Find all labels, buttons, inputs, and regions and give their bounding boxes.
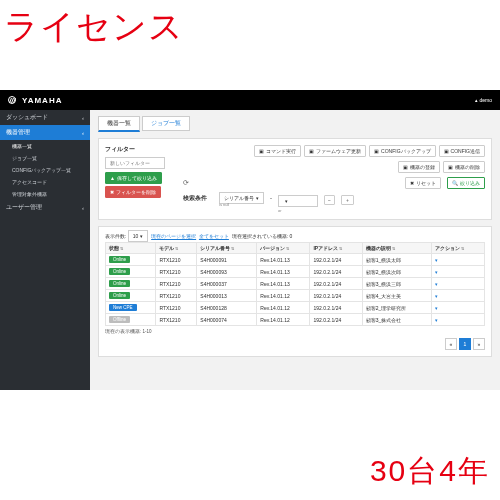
pager: « 1 »	[105, 338, 485, 350]
subnav-device-list[interactable]: 機器一覧	[0, 140, 90, 152]
cell-ip: 192.0.2.1/24	[310, 266, 362, 278]
device-register-button[interactable]: ▣ 機器の登録	[398, 161, 440, 173]
cond-dash: -	[270, 195, 272, 201]
table-row[interactable]: OfflineRTX1210S4H000074Rev.14.01.12192.0…	[106, 314, 485, 326]
cell-ip: 192.0.2.1/24	[310, 314, 362, 326]
cell-serial: S4H000037	[197, 278, 257, 290]
chevron-left-icon: ‹	[82, 115, 84, 121]
select-all-link[interactable]: 全てをセット	[199, 233, 229, 239]
cell-serial: S4H000093	[197, 266, 257, 278]
cell-version: Rev.14.01.12	[257, 290, 310, 302]
col-5[interactable]: 機器の説明	[362, 243, 431, 254]
table-row[interactable]: OnlineRTX1210S4H000093Rev.14.01.13192.0.…	[106, 266, 485, 278]
status-badge: New CPE	[109, 304, 137, 311]
table-row[interactable]: New CPERTX1210S4H000128Rev.14.01.12192.0…	[106, 302, 485, 314]
cell-serial: S4H000074	[197, 314, 257, 326]
search-cond-label: 検索条件	[183, 195, 207, 202]
col-3[interactable]: バージョン	[257, 243, 310, 254]
cell-desc: 顧客2_横浜次郎	[362, 266, 431, 278]
chevron-left-icon: ‹	[82, 130, 84, 136]
app-window: YAMAHA ▴ demo ダッシュボード‹ 機器管理‹ 機器一覧 ジョブ一覧 …	[0, 90, 500, 390]
cell-action[interactable]: ▾	[432, 266, 485, 278]
status-badge: Online	[109, 292, 130, 299]
subnav-config-backup[interactable]: CONFIGバックアップ一覧	[0, 164, 90, 176]
cell-ip: 192.0.2.1/24	[310, 302, 362, 314]
status-badge: Offline	[109, 316, 130, 323]
filter-save-button[interactable]: ▲ 保存して絞り込み	[105, 172, 162, 184]
apply-filter-button[interactable]: 🔍 絞り込み	[447, 177, 485, 189]
selected-count: 現在選択されている機器: 0	[232, 233, 293, 239]
col-6[interactable]: アクション	[432, 243, 485, 254]
table-row[interactable]: OnlineRTX1210S4H000091Rev.14.01.13192.0.…	[106, 254, 485, 266]
reset-button[interactable]: ✖ リセット	[405, 177, 441, 189]
fw-update-button[interactable]: ▣ ファームウェア更新	[304, 145, 366, 157]
subnav-unmanaged[interactable]: 管理対象外機器	[0, 188, 90, 200]
subnav-access-code[interactable]: アクセスコード	[0, 176, 90, 188]
cell-ip: 192.0.2.1/24	[310, 290, 362, 302]
cell-action[interactable]: ▾	[432, 302, 485, 314]
license-title: ライセンス	[4, 4, 184, 50]
col-2[interactable]: シリアル番号	[197, 243, 257, 254]
cell-desc: 顧客4_大宮主美	[362, 290, 431, 302]
cell-desc: 顧客1_横浜太郎	[362, 254, 431, 266]
nav-user-mgmt[interactable]: ユーザー管理‹	[0, 200, 90, 215]
cond-or-label: or	[278, 208, 282, 213]
filter-delete-button[interactable]: ✖ フィルターを削除	[105, 186, 161, 198]
cell-version: Rev.14.01.12	[257, 314, 310, 326]
col-4[interactable]: IPアドレス	[310, 243, 362, 254]
page-current[interactable]: 1	[459, 338, 471, 350]
cfg-send-button[interactable]: ▣ CONFIG送信	[439, 145, 485, 157]
cell-version: Rev.14.01.13	[257, 266, 310, 278]
cell-desc: 顧客3_株式会社	[362, 314, 431, 326]
subnav-job-list[interactable]: ジョブ一覧	[0, 152, 90, 164]
brand-logo-icon	[8, 96, 16, 104]
cell-action[interactable]: ▾	[432, 278, 485, 290]
perpage-select[interactable]: 10	[128, 230, 149, 242]
filter-name-input[interactable]	[105, 157, 165, 169]
user-menu[interactable]: ▴ demo	[475, 97, 492, 103]
brand-text: YAMAHA	[22, 96, 62, 105]
status-badge: Online	[109, 280, 130, 287]
cell-desc: 顧客2_理学研究所	[362, 302, 431, 314]
topbar: YAMAHA ▴ demo	[0, 90, 500, 110]
table-row[interactable]: OnlineRTX1210S4H000013Rev.14.01.12192.0.…	[106, 290, 485, 302]
license-subtitle: 30台4年	[370, 451, 490, 492]
cell-model: RTX1210	[156, 266, 197, 278]
cond-add-button[interactable]: ＋	[341, 195, 354, 205]
cell-model: RTX1210	[156, 278, 197, 290]
cell-model: RTX1210	[156, 290, 197, 302]
cell-serial: S4H000013	[197, 290, 257, 302]
tab-bar: 機器一覧 ジョブ一覧	[98, 116, 492, 132]
page-prev-button[interactable]: «	[445, 338, 457, 350]
cell-serial: S4H000128	[197, 302, 257, 314]
cmd-exec-button[interactable]: ▣ コマンド実行	[254, 145, 301, 157]
nav-dashboard[interactable]: ダッシュボード‹	[0, 110, 90, 125]
cell-ip: 192.0.2.1/24	[310, 254, 362, 266]
table-footer-note: 現在の表示機器: 1-10	[105, 329, 485, 334]
cell-action[interactable]: ▾	[432, 290, 485, 302]
cond-remove-button[interactable]: −	[324, 195, 335, 205]
col-0[interactable]: 状態	[106, 243, 156, 254]
table-row[interactable]: OnlineRTX1210S4H000037Rev.14.01.13192.0.…	[106, 278, 485, 290]
status-badge: Online	[109, 256, 130, 263]
tab-device-list[interactable]: 機器一覧	[98, 116, 140, 132]
nav-device-mgmt[interactable]: 機器管理‹	[0, 125, 90, 140]
tab-job-list[interactable]: ジョブ一覧	[142, 116, 190, 131]
reg-toolbar: ▣ 機器の登録 ▣ 機器の削除	[183, 161, 485, 173]
page-next-button[interactable]: »	[473, 338, 485, 350]
select-page-link[interactable]: 現在のページを選択	[151, 233, 196, 239]
cell-version: Rev.14.01.12	[257, 302, 310, 314]
cond-op-select[interactable]	[278, 195, 318, 207]
cell-serial: S4H000091	[197, 254, 257, 266]
cfg-backup-button[interactable]: ▣ CONFIGバックアップ	[369, 145, 435, 157]
col-1[interactable]: モデル	[156, 243, 197, 254]
refresh-icon[interactable]	[183, 179, 189, 187]
cell-version: Rev.14.01.13	[257, 278, 310, 290]
filter-title: フィルター	[105, 145, 177, 154]
brand: YAMAHA	[8, 96, 62, 105]
cell-action[interactable]: ▾	[432, 314, 485, 326]
filter-panel: フィルター ▲ 保存して絞り込み ✖ フィルターを削除 ▣ コマンド実行 ▣ フ…	[98, 138, 492, 220]
cell-action[interactable]: ▾	[432, 254, 485, 266]
perpage-label: 表示件数:	[105, 233, 126, 239]
device-delete-button[interactable]: ▣ 機器の削除	[443, 161, 485, 173]
